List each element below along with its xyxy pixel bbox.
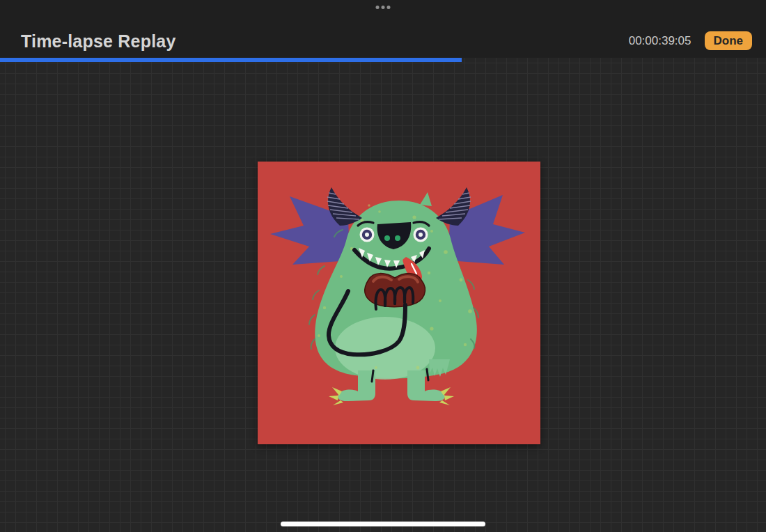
- replay-progress-fill[interactable]: [0, 58, 462, 62]
- multitask-dot: [382, 6, 385, 9]
- page-title: Time-lapse Replay: [21, 31, 175, 52]
- screen: { "header": { "title": "Time-lapse Repla…: [0, 0, 766, 532]
- timelapse-timestamp: 00:00:39:05: [629, 34, 691, 48]
- left-nostril: [384, 235, 390, 241]
- header-bar: Time-lapse Replay 00:00:39:05 Done: [0, 0, 766, 58]
- home-indicator-icon[interactable]: [281, 522, 485, 526]
- header-right-group: 00:00:39:05 Done: [629, 31, 752, 50]
- right-nostril: [395, 235, 400, 241]
- monster-illustration: [258, 162, 540, 444]
- multitask-dot: [387, 6, 391, 9]
- artwork-canvas[interactable]: [258, 162, 540, 444]
- multitask-dot: [376, 6, 380, 9]
- left-eye: [360, 228, 375, 242]
- multitask-indicator-icon[interactable]: [376, 6, 391, 9]
- right-eye: [414, 228, 428, 242]
- done-button[interactable]: Done: [705, 31, 753, 50]
